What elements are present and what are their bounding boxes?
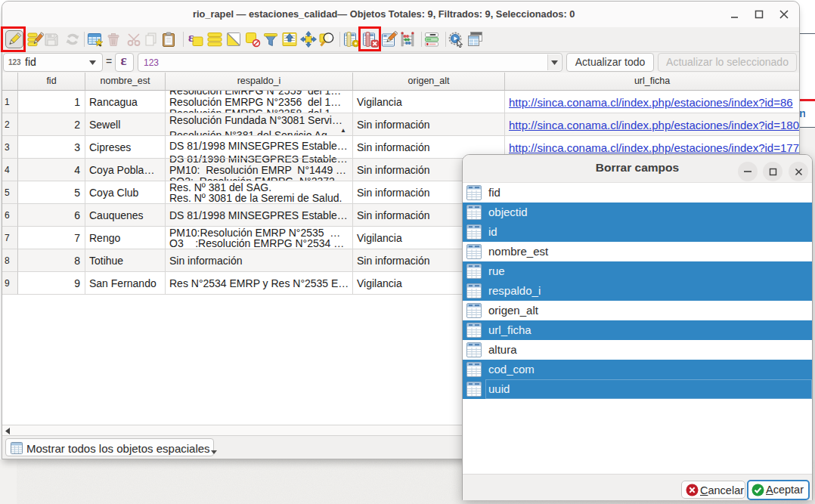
svg-text:ε: ε (188, 31, 194, 45)
